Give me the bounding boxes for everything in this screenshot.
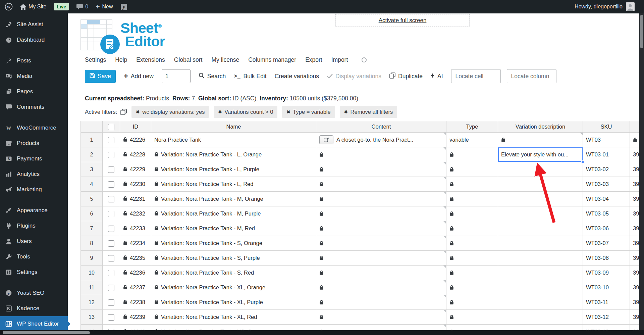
row-checkbox-cell[interactable] — [103, 221, 120, 236]
save-button[interactable]: Save — [85, 70, 116, 83]
filter-chip-variations-count[interactable]: ✖Variations count > 0 — [214, 106, 277, 118]
cell-name[interactable]: Variation: Nora Practice Tank - L, Red — [151, 177, 316, 192]
copy-filters-icon[interactable] — [120, 109, 127, 115]
cell-variation-description[interactable] — [498, 295, 583, 310]
sidebar-item-users[interactable]: Users — [0, 234, 68, 249]
cell-name[interactable]: Variation: Nora Practice Tank - S, Red — [151, 266, 316, 280]
search-button[interactable]: Search — [199, 73, 226, 80]
add-new-button[interactable]: + Add new — [124, 73, 154, 80]
cell-variation-description[interactable] — [498, 310, 583, 325]
cell-variation-description[interactable] — [498, 162, 583, 177]
cell-sku[interactable]: WT03-12 — [583, 310, 630, 325]
menu-export[interactable]: Export — [305, 56, 322, 63]
locate-cell-input[interactable] — [451, 69, 501, 83]
row-checkbox-cell[interactable] — [103, 310, 120, 325]
avatar[interactable] — [626, 2, 635, 11]
vertical-scrollbar-thumb[interactable] — [640, 15, 643, 48]
row-checkbox[interactable] — [108, 211, 114, 217]
cell-partial[interactable]: 39 — [630, 295, 640, 310]
create-variations-button[interactable]: Create variations — [275, 73, 319, 80]
row-number[interactable]: 14 — [81, 325, 103, 331]
cell-partial[interactable]: 39 — [630, 162, 640, 177]
cell-id[interactable]: 42232 — [120, 206, 151, 221]
row-checkbox-cell[interactable] — [103, 280, 120, 295]
col-header-name[interactable]: Name — [151, 121, 316, 133]
menu-my-license[interactable]: My license — [211, 56, 239, 63]
col-header-sku[interactable]: SKU — [583, 121, 630, 133]
cell-content[interactable] — [316, 266, 446, 280]
cell-id[interactable]: 42237 — [120, 280, 151, 295]
cell-variation-description[interactable] — [498, 266, 583, 280]
cell-sku[interactable]: WT03 — [583, 133, 630, 147]
row-number[interactable]: 11 — [81, 280, 103, 295]
cell-sku[interactable]: WT03-06 — [583, 221, 630, 236]
cell-id[interactable]: 42231 — [120, 192, 151, 206]
cell-name[interactable]: Variation: Nora Practice Tank - L, Orang… — [151, 147, 316, 162]
row-checkbox[interactable] — [108, 181, 114, 188]
cell-type[interactable] — [446, 192, 498, 206]
cell-variation-description[interactable] — [498, 236, 583, 251]
row-checkbox[interactable] — [108, 152, 114, 158]
cell-id[interactable]: 42229 — [120, 162, 151, 177]
cell-partial[interactable]: 39 — [630, 192, 640, 206]
cell-type[interactable] — [446, 147, 498, 162]
vertical-scrollbar[interactable] — [639, 13, 644, 330]
col-header-variation-description[interactable]: Variation description — [498, 121, 583, 133]
select-all-checkbox[interactable] — [108, 124, 114, 130]
row-checkbox-cell[interactable] — [103, 236, 120, 251]
sidebar-item-tools[interactable]: Tools — [0, 249, 68, 265]
add-count-input[interactable] — [162, 69, 191, 83]
sidebar-item-media[interactable]: Media — [0, 68, 68, 84]
cell-variation-description[interactable] — [498, 221, 583, 236]
sidebar-item-dashboard[interactable]: Dashboard — [0, 32, 68, 48]
cell-sku[interactable]: WT03-04 — [583, 192, 630, 206]
menu-settings[interactable]: Settings — [85, 56, 106, 63]
row-number[interactable]: 13 — [81, 310, 103, 325]
row-checkbox[interactable] — [108, 137, 114, 143]
row-number[interactable]: 9 — [81, 251, 103, 266]
cell-sku[interactable]: WT03-08 — [583, 251, 630, 266]
cell-type[interactable] — [446, 310, 498, 325]
row-number[interactable]: 10 — [81, 266, 103, 280]
cell-type[interactable]: variable — [446, 133, 498, 147]
row-checkbox-cell[interactable] — [103, 266, 120, 280]
sidebar-item-wp-sheet-editor[interactable]: WP Sheet Editor — [0, 316, 68, 332]
cell-content[interactable] — [316, 192, 446, 206]
row-checkbox-cell[interactable] — [103, 133, 120, 147]
ai-button[interactable]: AI — [431, 73, 443, 80]
bulk-edit-button[interactable]: >_ Bulk Edit — [234, 73, 266, 80]
row-checkbox-cell[interactable] — [103, 206, 120, 221]
cell-partial[interactable]: 39 — [630, 236, 640, 251]
row-checkbox-cell[interactable] — [103, 147, 120, 162]
sidebar-item-yoast-seo[interactable]: yYoast SEO — [0, 285, 68, 301]
cell-sku[interactable]: WT03-05 — [583, 206, 630, 221]
row-checkbox[interactable] — [108, 285, 114, 291]
cell-name[interactable]: Variation: Nora Practice Tank - M, Orang… — [151, 192, 316, 206]
cell-name[interactable]: Variation: Nora Practice Tank - S, Orang… — [151, 236, 316, 251]
cell-type[interactable] — [446, 325, 498, 331]
activate-fullscreen-link[interactable]: Activate full screen — [379, 17, 427, 24]
cell-name[interactable]: Variation: Nora Practice Tank - M, Purpl… — [151, 206, 316, 221]
cell-name[interactable]: Variation: Nora Practice Tank - M, Red — [151, 221, 316, 236]
row-checkbox[interactable] — [108, 196, 114, 202]
cell-content[interactable] — [316, 251, 446, 266]
menu-extensions[interactable]: Extensions — [136, 56, 165, 63]
cell-content[interactable] — [316, 325, 446, 331]
row-number[interactable]: 1 — [81, 133, 103, 147]
col-header-partial[interactable] — [630, 121, 640, 133]
cell-type[interactable] — [446, 251, 498, 266]
row-checkbox[interactable] — [108, 166, 114, 173]
cell-content[interactable] — [316, 177, 446, 192]
sidebar-item-posts[interactable]: Posts — [0, 53, 68, 68]
cell-partial[interactable]: 39 — [630, 310, 640, 325]
sidebar-item-appearance[interactable]: Appearance — [0, 203, 68, 218]
cell-partial[interactable] — [630, 133, 640, 147]
cell-partial[interactable]: 39 — [630, 147, 640, 162]
sidebar-item-pages[interactable]: Pages — [0, 84, 68, 99]
cell-partial[interactable]: 39 — [630, 325, 640, 331]
cell-content[interactable] — [316, 162, 446, 177]
cell-type[interactable] — [446, 162, 498, 177]
sidebar-item-analytics[interactable]: Analytics — [0, 166, 68, 182]
cell-content[interactable] — [316, 280, 446, 295]
cell-sku[interactable]: WT03-09 — [583, 266, 630, 280]
